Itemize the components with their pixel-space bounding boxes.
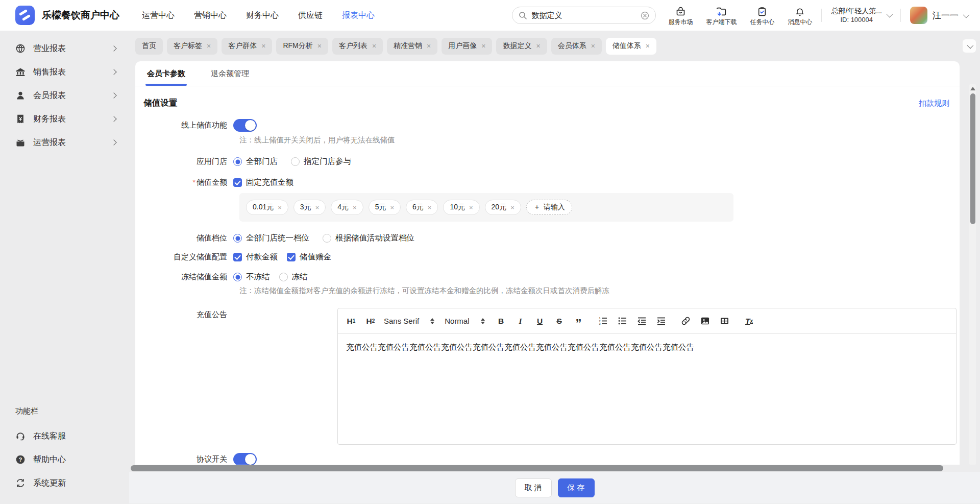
- page-tab-data-definition[interactable]: 数据定义×: [496, 38, 547, 55]
- org-switcher[interactable]: 总部/年轻人第... ID: 100004: [831, 6, 891, 24]
- close-icon[interactable]: ×: [278, 204, 282, 211]
- close-icon[interactable]: ×: [481, 42, 485, 50]
- main-area: 首页 客户标签× 客户群体× RFM分析× 客户列表× 精准营销× 用户画像× …: [129, 31, 980, 504]
- checkbox-fixed-recharge-amount[interactable]: 固定充值金额: [233, 177, 293, 188]
- sidebar-item-finance-report[interactable]: 财务报表: [0, 107, 129, 131]
- quick-service-market[interactable]: 服务市场: [668, 6, 693, 25]
- blockquote-button[interactable]: ”: [573, 315, 585, 328]
- nav-marketing-center[interactable]: 营销中心: [194, 10, 227, 21]
- bullet-list-button[interactable]: [617, 315, 629, 328]
- globe-icon: [15, 43, 26, 54]
- page-tab-user-profile[interactable]: 用户画像×: [442, 38, 492, 55]
- sidebar-item-help-center[interactable]: ? 帮助中心: [0, 448, 129, 471]
- page-tab-customer-tags[interactable]: 客户标签×: [167, 38, 217, 55]
- radio-icon: [279, 273, 288, 281]
- clipboard-check-icon: [750, 6, 774, 17]
- close-icon[interactable]: ×: [427, 42, 431, 50]
- app-logo-icon: [15, 6, 35, 25]
- tabstrip-more-button[interactable]: [963, 39, 976, 53]
- nav-supply-chain[interactable]: 供应链: [298, 10, 323, 21]
- nav-finance-center[interactable]: 财务中心: [246, 10, 279, 21]
- close-icon[interactable]: ×: [261, 42, 265, 50]
- close-icon[interactable]: ×: [469, 204, 473, 211]
- page-tab-precise-marketing[interactable]: 精准营销×: [387, 38, 437, 55]
- quick-client-download[interactable]: 客户端下载: [706, 6, 737, 25]
- sidebar-item-system-update[interactable]: 系统更新: [0, 471, 129, 495]
- bold-button[interactable]: B: [495, 315, 507, 328]
- vertical-scrollbar-track[interactable]: [969, 84, 976, 465]
- radio-no-freeze[interactable]: 不冻结: [233, 272, 270, 282]
- close-icon[interactable]: ×: [390, 204, 394, 211]
- close-icon[interactable]: ×: [372, 42, 376, 50]
- checkbox-stored-bonus[interactable]: 储值赠金: [287, 252, 331, 262]
- horizontal-scrollbar-thumb[interactable]: [131, 465, 943, 471]
- page-tab-member-system[interactable]: 会员体系×: [551, 38, 602, 55]
- agreement-toggle[interactable]: [233, 453, 257, 465]
- image-button[interactable]: [699, 315, 712, 328]
- sidebar-item-online-support[interactable]: 在线客服: [0, 424, 129, 448]
- folder-download-icon: [706, 6, 737, 17]
- scroll-up-arrow-icon[interactable]: [970, 87, 975, 90]
- global-search[interactable]: [512, 7, 656, 24]
- quick-message-center[interactable]: 消息中心: [788, 6, 812, 25]
- checkbox-payment-amount[interactable]: 付款金额: [233, 252, 278, 262]
- outdent-button[interactable]: [636, 315, 648, 328]
- page-tab-rfm-analysis[interactable]: RFM分析×: [276, 38, 328, 55]
- heading1-button[interactable]: H1: [345, 315, 357, 328]
- tab-member-card-params[interactable]: 会员卡参数: [145, 61, 187, 86]
- radio-label: 全部门店: [246, 156, 278, 167]
- close-icon[interactable]: ×: [536, 42, 540, 50]
- italic-button[interactable]: I: [514, 315, 527, 328]
- quick-task-center[interactable]: 任务中心: [750, 6, 774, 25]
- org-name: 总部/年轻人第...: [831, 6, 882, 15]
- refresh-icon: [15, 478, 26, 488]
- search-input[interactable]: [531, 11, 636, 20]
- link-button[interactable]: [680, 315, 692, 328]
- online-recharge-toggle[interactable]: [233, 119, 257, 132]
- editor-content[interactable]: 充值公告充值公告充值公告充值公告充值公告充值公告充值公告充值公告充值公告充值公告…: [338, 334, 956, 444]
- sidebar-item-member-report[interactable]: 会员报表: [0, 84, 129, 107]
- radio-specified-stores[interactable]: 指定门店参与: [291, 156, 351, 167]
- nav-operation-center[interactable]: 运营中心: [142, 10, 175, 21]
- sidebar-item-business-report[interactable]: 营业报表: [0, 37, 129, 60]
- radio-freeze[interactable]: 冻结: [279, 272, 308, 282]
- video-button[interactable]: [719, 315, 731, 328]
- radio-activity-tier[interactable]: 根据储值活动设置档位: [323, 233, 414, 244]
- close-icon[interactable]: ×: [591, 42, 595, 50]
- close-icon[interactable]: ×: [510, 204, 514, 211]
- sidebar-item-sales-report[interactable]: 销售报表: [0, 60, 129, 84]
- online-recharge-note: 注：线上储值开关关闭后，用户将无法在线储值: [239, 135, 960, 145]
- indent-button[interactable]: [655, 315, 668, 328]
- page-tab-home[interactable]: 首页: [135, 38, 163, 55]
- close-icon[interactable]: ×: [317, 42, 322, 50]
- field-label-freeze: 冻结储值金额: [143, 272, 233, 282]
- close-icon[interactable]: ×: [353, 204, 357, 211]
- page-tab-stored-value-system[interactable]: 储值体系×: [606, 38, 656, 55]
- radio-all-stores[interactable]: 全部门店: [233, 156, 278, 167]
- vertical-scrollbar-thumb[interactable]: [970, 93, 975, 224]
- horizontal-scrollbar-track[interactable]: [129, 465, 980, 472]
- ordered-list-button[interactable]: 123: [597, 315, 609, 328]
- nav-report-center[interactable]: 报表中心: [342, 10, 375, 21]
- close-icon[interactable]: ×: [646, 42, 650, 50]
- deduction-rules-link[interactable]: 扣款规则: [919, 99, 949, 108]
- close-icon[interactable]: ×: [428, 204, 432, 211]
- strikethrough-button[interactable]: S: [553, 315, 566, 328]
- cancel-button[interactable]: 取 消: [515, 478, 552, 497]
- add-amount-button[interactable]: ＋请输入: [526, 200, 572, 215]
- user-menu[interactable]: 汪一一: [910, 7, 968, 24]
- sidebar-item-operation-report[interactable]: 运营报表: [0, 131, 129, 154]
- tab-refund-balance-management[interactable]: 退余额管理: [209, 61, 251, 86]
- close-icon[interactable]: ×: [315, 204, 320, 211]
- font-size-select[interactable]: Normal: [445, 317, 484, 325]
- save-button[interactable]: 保 存: [558, 478, 595, 497]
- clear-format-button[interactable]: Tx: [743, 315, 755, 328]
- heading2-button[interactable]: H2: [364, 315, 377, 328]
- page-tab-customer-groups[interactable]: 客户群体×: [222, 38, 272, 55]
- font-family-select[interactable]: Sans Serif: [384, 317, 434, 325]
- search-clear-icon[interactable]: [641, 11, 649, 20]
- close-icon[interactable]: ×: [207, 42, 211, 50]
- underline-button[interactable]: U: [534, 315, 546, 328]
- page-tab-customer-list[interactable]: 客户列表×: [332, 38, 383, 55]
- radio-unified-tier[interactable]: 全部门店统一档位: [233, 233, 309, 244]
